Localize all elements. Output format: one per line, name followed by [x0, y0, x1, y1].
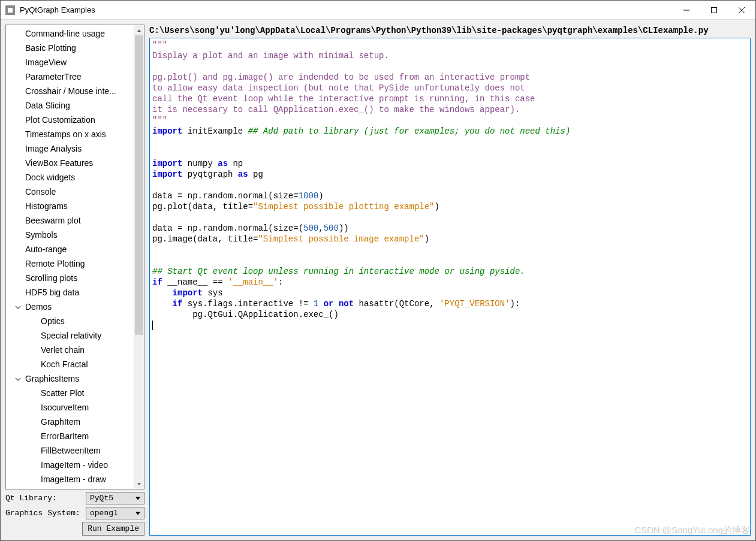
svg-marker-5 [137, 483, 141, 485]
tree-item[interactable]: Verlet chain [6, 343, 144, 357]
tree-item[interactable]: Plot Customization [6, 113, 144, 127]
tree-item[interactable]: IsocurveItem [6, 400, 144, 415]
chevron-down-icon[interactable] [14, 374, 22, 381]
tree-item[interactable]: Histograms [6, 199, 144, 213]
code-text: """ [152, 116, 167, 125]
tree-group[interactable]: GraphicsItems [6, 371, 144, 386]
code-text: pg.plot(data, title= [152, 202, 253, 211]
graphics-system-label: Graphics System: [5, 509, 83, 518]
tree-item[interactable]: Data Slicing [6, 98, 144, 113]
controls-panel: Qt Library: PyQt5 Graphics System: openg… [5, 492, 144, 536]
left-panel: Command-line usageBasic PlottingImageVie… [5, 25, 144, 536]
code-text: data = np.random.normal(size=( [152, 223, 303, 233]
tree-item[interactable]: Image Analysis [6, 141, 144, 156]
file-path-label: C:\Users\song'yu'long\AppData\Local\Prog… [149, 25, 751, 37]
tree-item[interactable]: Auto-range [6, 242, 144, 256]
app-icon [5, 5, 15, 15]
tree-item[interactable]: ViewBox Features [6, 156, 144, 170]
tree-item[interactable]: ImageItem - draw [6, 472, 144, 486]
code-number: 500 [303, 223, 318, 233]
maximize-button[interactable] [700, 1, 728, 20]
qt-library-combo[interactable]: PyQt5 [86, 492, 144, 504]
minimize-button[interactable] [673, 1, 700, 20]
svg-marker-4 [137, 29, 141, 32]
scroll-down-button[interactable] [134, 479, 144, 489]
tree-item[interactable]: Scrolling plots [6, 271, 144, 285]
tree-item[interactable]: Beeswarm plot [6, 213, 144, 228]
code-text: : [278, 277, 283, 287]
code-keyword: as [238, 170, 248, 179]
code-string: '__main__' [228, 277, 278, 287]
code-text: np [228, 159, 243, 168]
tree-item[interactable]: Remote Plotting [6, 256, 144, 271]
code-text: sys.flags.interactive != [182, 299, 313, 309]
examples-tree[interactable]: Command-line usageBasic PlottingImageVie… [5, 25, 144, 489]
tree-item[interactable]: Special relativity [6, 328, 144, 343]
code-keyword: or [324, 299, 334, 309]
code-comment: ## Add path to library (just for example… [248, 126, 571, 136]
tree-item[interactable]: ParameterTree [6, 69, 144, 84]
code-string: 'PYQT_VERSION' [439, 299, 510, 309]
code-text: pg [248, 170, 263, 179]
window-title: PyQtGraph Examples [20, 5, 673, 14]
code-text: pg.plot() and pg.image() are indended to… [152, 72, 530, 82]
tree-item[interactable]: ImageView [6, 55, 144, 69]
graphics-system-combo[interactable]: opengl [86, 507, 144, 519]
code-string: "Simplest possible image example" [258, 234, 424, 244]
tree-item[interactable]: Optics [6, 314, 144, 328]
code-text: ) [318, 191, 323, 201]
tree-item[interactable]: Symbols [6, 228, 144, 242]
tree-item[interactable]: ErrorBarItem [6, 429, 144, 443]
tree-item[interactable]: FillBetweenItem [6, 443, 144, 458]
code-text: initExample [182, 126, 248, 136]
app-window: PyQtGraph Examples Command-line usageBas… [0, 0, 756, 541]
code-keyword: import [173, 288, 203, 298]
tree-item[interactable]: Scatter Plot [6, 386, 144, 400]
code-text: pg.QtGui.QApplication.exec_() [152, 310, 339, 319]
run-row: Run Example [5, 522, 144, 536]
close-button[interactable] [728, 1, 755, 20]
code-keyword: not [339, 299, 354, 309]
code-keyword: import [152, 170, 182, 179]
tree-item[interactable]: Dock widgets [6, 170, 144, 185]
code-text: to allow easy data inspection (but note … [152, 83, 525, 93]
tree-item[interactable]: Command-line usage [6, 26, 144, 41]
scroll-up-button[interactable] [134, 25, 144, 35]
code-text: sys [203, 288, 223, 298]
scroll-thumb[interactable] [135, 35, 143, 335]
code-text: hasattr(QtCore, [354, 299, 439, 309]
code-text: Display a plot and an image with minimal… [152, 51, 389, 61]
tree-item[interactable]: Crosshair / Mouse inte... [6, 84, 144, 98]
text-cursor [152, 321, 153, 330]
code-text: ) [434, 202, 439, 211]
code-text: it is necessary to call QApplication.exe… [152, 105, 520, 114]
code-text: __name__ == [162, 277, 228, 287]
code-string: "Simplest possible plotting example" [253, 202, 434, 211]
code-number: 500 [324, 223, 339, 233]
code-keyword: if [152, 277, 162, 287]
code-keyword: import [152, 126, 182, 136]
titlebar: PyQtGraph Examples [1, 1, 755, 20]
code-text: call the Qt event loop while the interac… [152, 94, 535, 104]
code-text: pg.image(data, title= [152, 234, 258, 244]
code-text: ) [424, 234, 429, 244]
code-text: , [318, 223, 323, 233]
code-text: """ [152, 40, 167, 50]
tree-group[interactable]: Demos [6, 300, 144, 314]
chevron-down-icon[interactable] [14, 302, 22, 309]
tree-item[interactable]: Basic Plotting [6, 41, 144, 55]
window-controls [673, 1, 755, 20]
run-example-button[interactable]: Run Example [82, 522, 144, 536]
code-text: ): [510, 299, 520, 309]
tree-item[interactable]: Region-of-Interest [6, 486, 144, 489]
tree-item[interactable]: Koch Fractal [6, 357, 144, 371]
qt-library-row: Qt Library: PyQt5 [5, 492, 144, 504]
tree-item[interactable]: ImageItem - video [6, 458, 144, 472]
tree-item[interactable]: Console [6, 185, 144, 199]
tree-scrollbar[interactable] [134, 25, 144, 489]
code-text: pyqtgraph [182, 170, 237, 179]
tree-item[interactable]: Timestamps on x axis [6, 127, 144, 141]
code-editor[interactable]: """ Display a plot and an image with min… [149, 38, 751, 536]
tree-item[interactable]: HDF5 big data [6, 285, 144, 300]
tree-item[interactable]: GraphItem [6, 415, 144, 429]
